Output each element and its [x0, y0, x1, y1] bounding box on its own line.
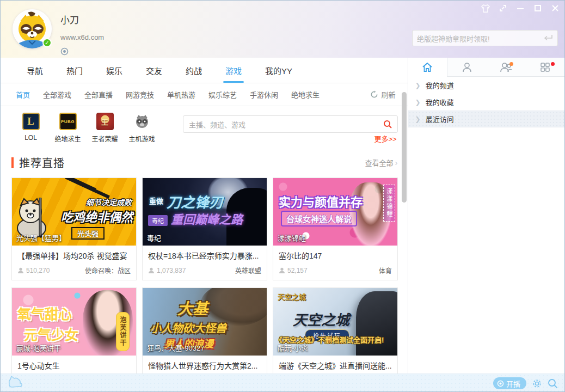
- streamer-name-overlay: 毒纪: [147, 232, 161, 243]
- card-thumbnail[interactable]: 天空之城 天空之城 抢先试玩 《天空之城》不删档测试全面开启! 酷玩-小炎: [273, 288, 397, 356]
- side-badge: 漾漾锦鲤: [383, 185, 395, 222]
- card-thumbnail[interactable]: 氧气甜心 元气少女 泡芙饼干 赢城-泡芙饼干: [12, 288, 136, 356]
- vertical-scrollbar[interactable]: [402, 92, 407, 203]
- chevron-right-icon: ❯: [415, 82, 421, 89]
- live-card[interactable]: 细节决定成败 吃鸡绝非偶然 光头强 光头强【猛男】 【最强单排】场均20杀 视觉…: [11, 177, 137, 280]
- tab-channels-home[interactable]: [408, 58, 448, 77]
- live-card[interactable]: 氧气甜心 元气少女 泡芙饼干 赢城-泡芙饼干 1号心动女生: [11, 287, 137, 373]
- game-shortcut-wzry[interactable]: 王 王者荣耀: [90, 113, 120, 143]
- lol-game-icon: L: [22, 113, 40, 130]
- section-title: 推荐直播: [19, 155, 65, 170]
- streamer-name-overlay: 酷玩-小炎: [278, 342, 308, 353]
- card-thumbnail[interactable]: 实力与颜值并存 台球女神迷人解说 漾漾锦鲤 漾漾锦鲤: [273, 178, 397, 246]
- live-card-grid: 细节决定成败 吃鸡绝非偶然 光头强 光头强【猛男】 【最强单排】场均20杀 视觉…: [1, 177, 408, 373]
- live-card[interactable]: 天空之城 天空之城 抢先试玩 《天空之城》不删档测试全面开启! 酷玩-小炎 端游…: [273, 287, 398, 373]
- viewer-count: 510,270: [17, 266, 50, 275]
- tab-entertainment[interactable]: 娱乐: [106, 58, 122, 83]
- status-target-icon[interactable]: [60, 47, 69, 58]
- sidebar-tabs: [408, 58, 564, 77]
- card-category[interactable]: 英雄联盟: [235, 266, 261, 275]
- broadcast-icon: [497, 380, 504, 387]
- settings-gear-icon[interactable]: [532, 378, 542, 389]
- subnav-all-live[interactable]: 全部直播: [84, 89, 113, 100]
- game-shortcut-console[interactable]: 主机游戏: [127, 113, 157, 143]
- card-thumbnail[interactable]: 大基 小人物砍大怪兽 男人的浪漫 狂鸟、大基-90327: [143, 288, 267, 356]
- maximize-button[interactable]: [533, 4, 543, 13]
- go-live-button[interactable]: 开播: [493, 377, 526, 389]
- apps-grid-icon: [540, 62, 550, 72]
- tab-hot[interactable]: 热门: [66, 58, 83, 83]
- chevron-right-icon: ❯: [415, 115, 421, 123]
- search-icon[interactable]: [383, 120, 392, 128]
- game-shortcut-lol[interactable]: L LOL: [16, 113, 46, 143]
- tab-friends[interactable]: 交友: [146, 58, 162, 83]
- mascot-cat-icon[interactable]: [7, 375, 23, 391]
- card-title[interactable]: 权杖=18本书已经宗师实力暴涨...: [148, 250, 261, 261]
- refresh-icon: [370, 90, 378, 99]
- card-thumbnail[interactable]: 重做 刀之锋刃 毒纪 重回巅峰之路 毒纪: [143, 178, 267, 246]
- subnav-home[interactable]: 首页: [16, 89, 30, 100]
- game-shortcut-pubg[interactable]: PUBG 绝地求生: [53, 113, 83, 143]
- yy-client-window: ✓ 小刀 www.x6d.com: [0, 0, 565, 392]
- tab-apps-grid[interactable]: [525, 58, 564, 76]
- promo-input[interactable]: 绝版超神勋章限时领取!: [412, 30, 558, 46]
- pubg-game-icon: PUBG: [59, 113, 77, 130]
- chevron-right-icon: ›: [395, 158, 398, 167]
- subnav-all-games[interactable]: 全部游戏: [43, 89, 71, 100]
- sidebar-item-my-favorites[interactable]: ❯ 我的收藏: [408, 94, 564, 111]
- promo-placeholder: 绝版超神勋章限时领取!: [417, 33, 543, 44]
- right-sidebar: ❯ 我的频道 ❯ 我的收藏 ❯ 最近访问: [408, 58, 564, 373]
- streamer-name-overlay: 赢城-泡芙饼干: [16, 342, 61, 353]
- card-category[interactable]: 使命召唤：战区: [85, 266, 131, 275]
- close-button[interactable]: [550, 4, 560, 13]
- tab-match[interactable]: 约战: [186, 58, 202, 83]
- card-title[interactable]: 塞尔比的147: [279, 250, 392, 261]
- live-card[interactable]: 大基 小人物砍大怪兽 男人的浪漫 狂鸟、大基-90327 怪物猎人世界迷惑行为大…: [142, 287, 267, 373]
- streamer-name-overlay: 漾漾锦鲤: [278, 232, 306, 243]
- tab-games[interactable]: 游戏: [225, 58, 242, 83]
- tab-my-yy[interactable]: 我的YY: [265, 58, 292, 83]
- card-category[interactable]: 体育: [379, 266, 392, 275]
- viewer-person-icon: [279, 267, 285, 274]
- tab-contacts[interactable]: [447, 58, 487, 76]
- online-check-badge: ✓: [42, 38, 52, 47]
- subnav-pubg[interactable]: 绝地求生: [291, 89, 320, 100]
- enter-arrow-icon[interactable]: [543, 33, 553, 43]
- card-title[interactable]: 怪物猎人世界迷惑行为大赏第2...: [148, 360, 261, 371]
- card-title[interactable]: 端游《天空之城》进直播间送能...: [279, 360, 392, 371]
- sub-nav: 首页 全部游戏 全部直播 网游竞技 单机热游 娱乐综艺 手游休闲 绝地求生 刷新: [1, 83, 408, 106]
- tab-groups[interactable]: [487, 58, 526, 76]
- main-content: 导航 热门 娱乐 交友 约战 游戏 我的YY 首页 全部游戏 全部直播 网游竞技…: [1, 58, 408, 373]
- card-title[interactable]: 1号心动女生: [17, 360, 131, 371]
- viewer-count: 1,073,837: [148, 266, 186, 275]
- more-link[interactable]: 更多>>: [374, 133, 396, 144]
- subnav-mobile-games[interactable]: 手游休闲: [250, 89, 278, 100]
- footer-search-icon[interactable]: [548, 378, 558, 389]
- avatar[interactable]: ✓: [13, 9, 52, 48]
- bottom-bar: 开播: [1, 373, 564, 392]
- viewer-count: 52,157: [279, 266, 308, 275]
- live-card[interactable]: 实力与颜值并存 台球女神迷人解说 漾漾锦鲤 漾漾锦鲤 塞尔比的147 52,15…: [273, 177, 398, 280]
- view-all-link[interactable]: 查看全部 ›: [365, 157, 398, 168]
- subnav-online-games[interactable]: 网游竞技: [126, 89, 154, 100]
- search-input[interactable]: 主播、频道、游戏: [183, 115, 398, 133]
- theme-shirt-icon[interactable]: [481, 4, 490, 13]
- sidebar-item-my-channels[interactable]: ❯ 我的频道: [408, 77, 564, 94]
- card-title[interactable]: 【最强单排】场均20杀 视觉盛宴: [17, 250, 131, 261]
- notification-dot: [509, 62, 513, 66]
- tab-navigation[interactable]: 导航: [27, 58, 43, 83]
- minimize-button[interactable]: [515, 4, 525, 13]
- username[interactable]: 小刀: [60, 13, 104, 26]
- sidebar-item-recent-visits[interactable]: ❯ 最近访问: [408, 111, 564, 127]
- subnav-variety[interactable]: 娱乐综艺: [208, 89, 237, 100]
- live-card[interactable]: 重做 刀之锋刃 毒纪 重回巅峰之路 毒纪 权杖=18本书已经宗师实力暴涨... …: [142, 177, 267, 280]
- streamer-name-overlay: 光头强【猛男】: [16, 232, 66, 243]
- subnav-pc-games[interactable]: 单机热游: [167, 89, 195, 100]
- card-thumbnail[interactable]: 细节决定成败 吃鸡绝非偶然 光头强 光头强【猛男】: [12, 178, 136, 246]
- refresh-button[interactable]: 刷新: [370, 89, 396, 100]
- mini-mode-icon[interactable]: [498, 4, 508, 13]
- search-placeholder: 主播、频道、游戏: [189, 119, 383, 130]
- main-nav: 导航 热门 娱乐 交友 约战 游戏 我的YY: [1, 58, 408, 83]
- notification-dot: [551, 62, 555, 66]
- user-signature: www.x6d.com: [60, 33, 104, 41]
